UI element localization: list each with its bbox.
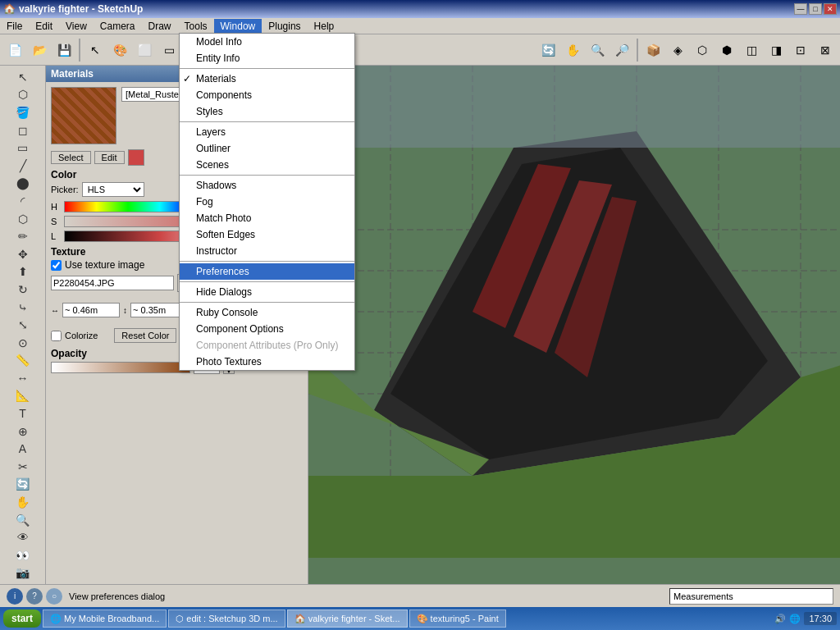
menu-entry-materials[interactable]: ✓Materials: [180, 71, 354, 87]
menu-help[interactable]: Help: [308, 19, 341, 34]
toolbar-back[interactable]: ⬢: [715, 39, 738, 62]
tool-axes[interactable]: ⊕: [12, 423, 34, 440]
window-controls[interactable]: — □ ✕: [794, 3, 837, 15]
toolbar-orbit[interactable]: 🔄: [536, 39, 559, 62]
tool-freehand[interactable]: ✏: [12, 228, 34, 244]
toolbar-std-views[interactable]: 📦: [641, 39, 664, 62]
toolbar-front[interactable]: ⬡: [691, 39, 714, 62]
menu-entry-ruby-console[interactable]: Ruby Console: [180, 304, 354, 321]
tool-move[interactable]: ✥: [12, 246, 34, 262]
tool-section[interactable]: ✂: [12, 459, 34, 475]
status-text: View preferences dialog: [69, 591, 663, 601]
color-swatch[interactable]: [128, 149, 144, 166]
toolbar-select[interactable]: ↖: [84, 39, 107, 62]
colorize-checkbox[interactable]: [51, 331, 62, 341]
tool-walkthrough[interactable]: 👁: [12, 529, 34, 546]
menu-plugins[interactable]: Plugins: [262, 19, 307, 34]
menu-entry-shadows[interactable]: Shadows: [180, 177, 354, 194]
tool-text[interactable]: T: [12, 405, 34, 422]
toolbar-paint[interactable]: 🎨: [108, 39, 131, 62]
tool-line[interactable]: ╱: [12, 158, 34, 174]
toolbar-iso[interactable]: ◈: [666, 39, 689, 62]
reset-color-button[interactable]: Reset Color: [114, 328, 176, 343]
toolbar-top[interactable]: ⊡: [789, 39, 812, 62]
menu-camera[interactable]: Camera: [94, 19, 142, 34]
close-button[interactable]: ✕: [824, 3, 837, 15]
menu-entry-outliner[interactable]: Outliner: [180, 140, 354, 157]
toolbar-new[interactable]: 📄: [3, 39, 26, 62]
menu-entry-scenes[interactable]: Scenes: [180, 157, 354, 173]
taskbar-item-valkyrie[interactable]: 🏠 valkyrie fighter - Sket...: [287, 609, 408, 628]
menu-entry-model-info[interactable]: Model Info: [180, 34, 354, 50]
menu-entry-soften-edges[interactable]: Soften Edges: [180, 226, 354, 243]
tool-paint[interactable]: 🪣: [12, 104, 34, 121]
texture-file-input[interactable]: [51, 276, 174, 290]
menu-entry-component-options[interactable]: Component Options: [180, 321, 354, 337]
opacity-slider[interactable]: [51, 362, 190, 373]
menu-draw[interactable]: Draw: [142, 19, 178, 34]
tool-pushpull[interactable]: ⬆: [12, 264, 34, 281]
tool-rectangle[interactable]: ▭: [12, 139, 34, 156]
edit-button[interactable]: Edit: [94, 151, 125, 164]
tool-3dtext[interactable]: A: [12, 441, 34, 457]
menu-file[interactable]: File: [0, 19, 29, 34]
toolbar-right[interactable]: ◨: [765, 39, 788, 62]
select-button[interactable]: Select: [51, 151, 91, 164]
tool-dimension[interactable]: ↔: [12, 370, 34, 386]
minimize-button[interactable]: —: [794, 3, 807, 15]
tool-lookaround[interactable]: 👀: [12, 547, 34, 564]
tool-scale[interactable]: ⤡: [12, 317, 34, 333]
toolbar-rectangle[interactable]: ▭: [158, 39, 180, 62]
maximize-button[interactable]: □: [809, 3, 822, 15]
tool-pan2[interactable]: ✋: [12, 494, 34, 510]
toolbar-zoom[interactable]: 🔍: [586, 39, 609, 62]
toolbar-zoom-ext[interactable]: 🔎: [610, 39, 633, 62]
menu-entry-hide-dialogs[interactable]: Hide Dialogs: [180, 284, 354, 300]
use-texture-checkbox[interactable]: [51, 260, 62, 271]
tool-circle[interactable]: ⬤: [12, 176, 34, 192]
menu-view[interactable]: View: [59, 19, 94, 34]
tool-followme[interactable]: ⤷: [12, 299, 34, 316]
menu-tools[interactable]: Tools: [178, 19, 214, 34]
tool-eraser[interactable]: ◻: [12, 122, 34, 139]
menu-entry-instructor[interactable]: Instructor: [180, 243, 354, 259]
s-label: S: [51, 217, 61, 226]
toolbar-bottom[interactable]: ⊠: [814, 39, 837, 62]
menu-entry-match-photo[interactable]: Match Photo: [180, 210, 354, 226]
tool-orbit2[interactable]: 🔄: [12, 477, 34, 493]
tool-component[interactable]: ⬡: [12, 87, 34, 103]
menu-entry-photo-textures[interactable]: Photo Textures: [180, 354, 354, 370]
menu-entry-components[interactable]: Components: [180, 87, 354, 103]
tool-offset[interactable]: ⊙: [12, 335, 34, 351]
picker-select[interactable]: HLS RGB HSB Grayscale: [82, 182, 144, 197]
taskbar-item-paint[interactable]: 🎨 texturing5 - Paint: [409, 609, 506, 628]
menu-window[interactable]: Window: [214, 19, 262, 34]
tool-select[interactable]: ↖: [12, 69, 34, 85]
tool-position-camera[interactable]: 📷: [12, 565, 34, 582]
tool-polygon[interactable]: ⬡: [12, 211, 34, 227]
status-circle-icon[interactable]: ○: [46, 588, 62, 605]
tool-zoom2[interactable]: 🔍: [12, 512, 34, 528]
start-button[interactable]: start: [3, 609, 41, 628]
toolbar-eraser[interactable]: ⬜: [133, 39, 156, 62]
width-input[interactable]: [62, 303, 120, 317]
menu-entry-fog[interactable]: Fog: [180, 194, 354, 210]
status-info-icon[interactable]: i: [7, 588, 23, 605]
menu-entry-preferences[interactable]: Preferences: [180, 263, 354, 280]
toolbar-left[interactable]: ◫: [740, 39, 763, 62]
tool-rotate[interactable]: ↻: [12, 281, 34, 298]
status-help-icon[interactable]: ?: [26, 588, 43, 605]
menu-entry-layers[interactable]: Layers: [180, 124, 354, 140]
tool-arc[interactable]: ◜: [12, 193, 34, 209]
toolbar-save[interactable]: 💾: [52, 39, 75, 62]
toolbar-pan[interactable]: ✋: [561, 39, 584, 62]
viewport[interactable]: [308, 66, 840, 584]
taskbar-item-edit[interactable]: ⬡ edit : Sketchup 3D m...: [168, 609, 285, 628]
tool-protractor[interactable]: 📐: [12, 388, 34, 404]
tool-tapemeasure[interactable]: 📏: [12, 353, 34, 369]
menu-entry-styles[interactable]: Styles: [180, 103, 354, 120]
menu-entry-entity-info[interactable]: Entity Info: [180, 50, 354, 66]
taskbar-item-broadband[interactable]: 🌐 My Mobile Broadband...: [43, 609, 167, 628]
menu-edit[interactable]: Edit: [29, 19, 59, 34]
toolbar-open[interactable]: 📂: [28, 39, 51, 62]
